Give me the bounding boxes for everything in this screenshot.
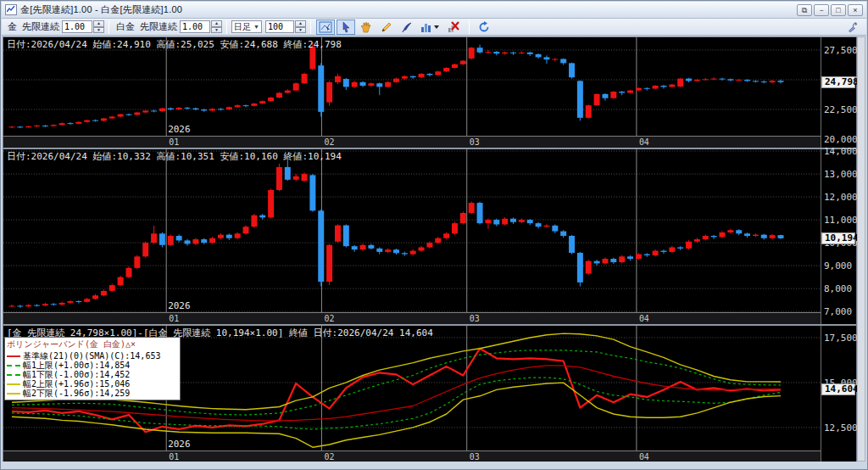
gold-chart-canvas[interactable]: 010203042026 — [3, 37, 821, 148]
svg-text:04: 04 — [639, 137, 649, 147]
price-axis-label: 27,500 — [824, 45, 858, 56]
gold-last-price-tag: 24,798 — [821, 76, 855, 88]
svg-text:01: 01 — [169, 452, 179, 462]
bollinger-legend[interactable]: ボリンジャーバンド(金 白金)△× 基準線(21)(0)(SMA)(C):14,… — [4, 337, 181, 400]
platinum-panel: 日付:2026/04/24 始値:10,332 高値:10,351 安値:10,… — [3, 149, 856, 324]
year-label: 2026 — [168, 300, 190, 311]
price-axis-label: 17,500 — [824, 333, 858, 344]
vertical-scrollbar[interactable] — [857, 36, 865, 462]
pencil-icon[interactable] — [377, 20, 396, 35]
float-window-button[interactable]: ⧉ — [797, 4, 812, 16]
svg-text:03: 03 — [470, 137, 480, 147]
instrument1-contract-label: 先限連続 — [22, 20, 59, 33]
bar-count-spinner[interactable]: ▲▼ — [295, 20, 306, 33]
reload-icon[interactable] — [475, 20, 493, 35]
chart-window: 金[先限連続]1.00 - 白金[先限連続]1.00 ⧉ － □ × 金 先限連… — [0, 0, 868, 470]
spread-last-price-tag: 14,604 — [821, 383, 855, 395]
toolbar: 金 先限連続 ▲▼ 白金 先限連続 ▲▼ 日足▼ ▲▼ — [2, 19, 866, 36]
bar-count-input[interactable] — [265, 20, 294, 33]
instrument2-multiplier-input[interactable] — [180, 20, 210, 33]
svg-text:03: 03 — [470, 314, 480, 323]
year-label: 2026 — [168, 124, 190, 135]
legend-title[interactable]: ボリンジャーバンド(金 白金)△× — [7, 339, 178, 350]
price-axis-label: 12,000 — [824, 192, 858, 203]
instrument1-multiplier-input[interactable] — [62, 20, 92, 33]
price-axis-label: 11,000 — [824, 215, 858, 226]
price-axis-label: 7,000 — [824, 306, 852, 317]
app-icon — [5, 4, 17, 15]
platinum-panel-header: 日付:2026/04/24 始値:10,332 高値:10,351 安値:10,… — [7, 150, 342, 163]
gold-panel-header: 日付:2026/04/24 始値:24,910 高値:25,025 安値:24,… — [7, 38, 342, 51]
chart-region: 日付:2026/04/24 始値:24,910 高値:25,025 安値:24,… — [3, 36, 857, 462]
instrument2-contract-label: 先限連続 — [140, 20, 177, 33]
pen-tool-icon[interactable] — [398, 20, 416, 35]
title-bar[interactable]: 金[先限連続]1.00 - 白金[先限連続]1.00 ⧉ － □ × — [2, 2, 866, 19]
svg-text:04: 04 — [639, 452, 649, 462]
chevron-down-icon: ▼ — [253, 24, 259, 30]
instrument2-spinner[interactable]: ▲▼ — [211, 20, 222, 33]
window-title: 金[先限連続]1.00 - 白金[先限連続]1.00 — [20, 3, 182, 16]
minimize-button[interactable]: － — [814, 4, 829, 16]
svg-text:04: 04 — [639, 314, 649, 323]
price-axis-label: 12,500 — [824, 422, 858, 434]
svg-text:02: 02 — [324, 137, 334, 147]
instrument2-label: 白金 — [116, 20, 135, 33]
maximize-button[interactable]: □ — [831, 4, 846, 16]
select-cursor-icon[interactable] — [337, 20, 355, 35]
price-axis-label: 22,500 — [824, 104, 858, 115]
period-dropdown[interactable]: 日足▼ — [231, 20, 262, 33]
bar-chart-menu-icon[interactable] — [418, 20, 443, 35]
svg-text:01: 01 — [169, 314, 179, 323]
instrument1-spinner[interactable]: ▲▼ — [93, 20, 104, 33]
legend-item: 幅2下限(-1.96σ):14,259 — [7, 389, 178, 398]
price-axis-label: 20,000 — [824, 134, 858, 145]
platinum-chart-canvas[interactable]: 010203042026 — [3, 149, 821, 324]
spread-panel: [金 先限連続 24,798×1.00]-[白金 先限連続 10,194×1.0… — [3, 326, 856, 462]
window-bottom-edge — [2, 462, 866, 468]
price-axis-label: 13,000 — [824, 169, 858, 180]
instrument1-label: 金 — [8, 20, 17, 33]
svg-text:01: 01 — [169, 137, 179, 147]
price-axis-label: 8,000 — [824, 283, 852, 294]
pan-hand-icon[interactable] — [357, 20, 376, 35]
delete-chart-icon[interactable] — [445, 20, 464, 35]
gold-panel: 日付:2026/04/24 始値:24,910 高値:25,025 安値:24,… — [3, 37, 856, 148]
wrench-icon[interactable] — [843, 20, 862, 35]
close-button[interactable]: × — [848, 4, 863, 16]
svg-text:02: 02 — [324, 452, 334, 462]
price-axis-label: 14,000 — [824, 146, 858, 157]
platinum-last-price-tag: 10,194 — [821, 232, 855, 244]
price-axis-label: 9,000 — [824, 260, 852, 271]
svg-text:03: 03 — [470, 452, 480, 462]
gold-chart-plot[interactable]: 010203042026 — [3, 37, 821, 148]
svg-text:02: 02 — [324, 314, 334, 323]
year-label: 2026 — [168, 439, 190, 450]
platinum-chart-plot[interactable]: 010203042026 — [3, 149, 821, 324]
platinum-price-axis[interactable]: 14,00013,00012,00011,00010,0009,0008,000… — [821, 149, 856, 324]
gold-price-axis[interactable]: 27,50025,00022,50020,00024,798 — [821, 37, 856, 148]
crosshair-chart-icon[interactable] — [316, 20, 335, 35]
spread-price-axis[interactable]: 17,50015,00012,50014,604 — [821, 326, 856, 462]
